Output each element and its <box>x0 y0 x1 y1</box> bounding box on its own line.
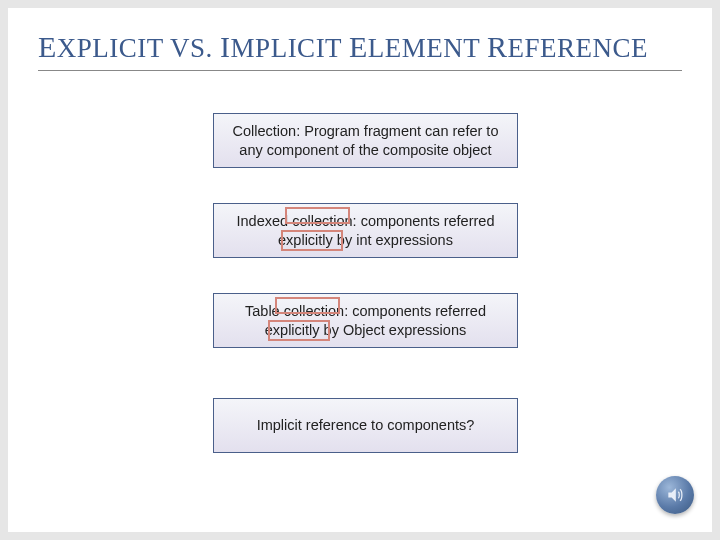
slide: EXPLICIT VS. IMPLICIT ELEMENT REFERENCE … <box>8 8 712 532</box>
box-text: Indexed collection: components referred … <box>228 212 503 250</box>
box-table-collection: Table collection: components referred ex… <box>213 293 518 348</box>
box-text: Table collection: components referred ex… <box>228 302 503 340</box>
slide-title: EXPLICIT VS. IMPLICIT ELEMENT REFERENCE <box>38 30 682 71</box>
box-collection: Collection: Program fragment can refer t… <box>213 113 518 168</box>
box-indexed-collection: Indexed collection: components referred … <box>213 203 518 258</box>
box-text: Implicit reference to components? <box>257 416 475 435</box>
speaker-icon[interactable] <box>656 476 694 514</box>
speaker-glyph <box>665 485 685 505</box>
box-text: Collection: Program fragment can refer t… <box>228 122 503 160</box>
box-implicit: Implicit reference to components? <box>213 398 518 453</box>
